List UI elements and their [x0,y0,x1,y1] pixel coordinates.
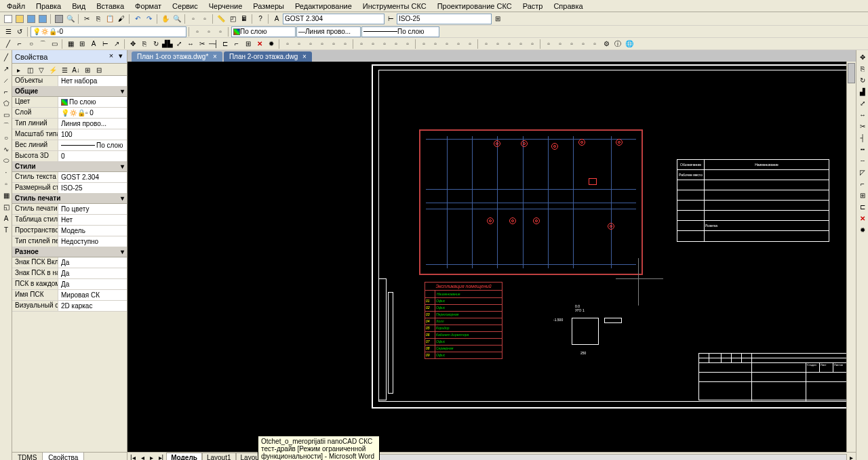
vpoint-icon[interactable]: · [1,167,12,177]
lineweight-combo[interactable]: По слою [361,26,439,37]
rexplode-icon[interactable]: ✹ [857,224,868,235]
menu-Редактирование[interactable]: Редактирование [290,1,357,12]
menu-Сервис[interactable]: Сервис [167,1,203,12]
pan-icon[interactable]: ✋ [160,14,171,24]
rscale-icon[interactable]: ⤢ [857,98,868,108]
prop-filter-icon[interactable]: ▽ [36,64,47,75]
rmove-icon[interactable]: ✥ [857,51,868,62]
props-tab-Свойства[interactable]: Свойства [43,453,84,460]
prop-az-icon[interactable]: A↓ [71,64,81,75]
extend-icon[interactable]: ─┤ [208,39,219,49]
wnd3-icon[interactable]: ▫ [566,39,577,49]
mirror-icon[interactable]: ▟▙ [162,39,173,49]
prop-arrow-icon[interactable]: ▸ [13,64,24,75]
wnd1-icon[interactable]: ▫ [543,39,554,49]
save-icon[interactable] [26,14,37,24]
sks3-icon[interactable]: ▫ [305,39,316,49]
sks8-icon[interactable]: ▫ [368,39,378,49]
model-canvas[interactable]: ОбозначениеНаименованиеРабочее местоРозе… [127,62,856,452]
close-icon[interactable]: ▾ [116,51,125,61]
area-icon[interactable]: ◰ [227,14,238,24]
layer-prev-icon[interactable]: ↺ [14,26,25,37]
prop-pick-icon[interactable]: ◫ [24,64,35,75]
close-tab-icon[interactable]: × [213,53,217,60]
layer-manager-icon[interactable]: ☰ [3,26,14,37]
dim-icon[interactable]: ⊢ [100,39,111,49]
sks2-icon[interactable]: ▫ [294,39,304,49]
osnap2-icon[interactable]: ▫ [492,39,503,49]
fillet-icon[interactable]: ⌐ [231,39,242,49]
osnap3-icon[interactable]: ▫ [504,39,515,49]
dist-icon[interactable]: 📏 [216,14,226,24]
varc-icon[interactable]: ⌒ [1,121,12,131]
sks13-icon[interactable]: ▫ [430,39,441,49]
osnap1-icon[interactable]: ▫ [481,39,492,49]
help-icon[interactable]: ? [255,14,266,24]
sks14-icon[interactable]: ▫ [441,39,452,49]
matchprops-icon[interactable]: 🖌 [116,14,127,24]
undo-icon[interactable]: ↶ [132,14,143,24]
tab-first-icon[interactable]: |◂ [127,454,138,460]
settings-icon[interactable]: ⚙ [601,39,612,49]
props-row[interactable]: ПСК в каждом ...Да [12,279,127,290]
vregion-icon[interactable]: ◱ [1,201,12,212]
table-icon[interactable]: ⊞ [77,39,87,49]
rbreak-icon[interactable]: ╍ [857,144,868,154]
vpoly-icon[interactable]: ⬠ [1,98,12,108]
osnap4-icon[interactable]: ▫ [515,39,526,49]
sks4-icon[interactable]: ▫ [317,39,328,49]
xref-icon[interactable]: ▫ [199,14,210,24]
menu-Справка[interactable]: Справка [548,1,588,12]
explode-icon[interactable]: ✹ [266,39,277,49]
doc-tab[interactable]: План 2-ого этажа.dwg × [224,51,312,62]
tab-prev-icon[interactable]: ◂ [138,454,147,460]
rarray-icon[interactable]: ⊞ [857,190,868,201]
rmirror-icon[interactable]: ▟ [857,86,868,97]
menu-Правка[interactable]: Правка [31,1,66,12]
layer-combo[interactable]: 💡🔅🔒▫ 0 [31,26,186,37]
sks12-icon[interactable]: ▫ [418,39,429,49]
redo-icon[interactable]: ↷ [144,14,155,24]
sks10-icon[interactable]: ▫ [391,39,401,49]
pin-icon[interactable]: × [106,51,116,61]
props-group-header[interactable]: Стили▾ [12,162,127,172]
arc-icon[interactable]: ⌒ [37,39,48,49]
sks1-icon[interactable]: ▫ [282,39,293,49]
scale-icon[interactable]: ⤢ [174,39,184,49]
props-row[interactable]: Вес линий По слою [12,140,127,151]
world-icon[interactable]: 🌐 [624,39,635,49]
menu-Черчение[interactable]: Черчение [203,1,248,12]
menu-Вид[interactable]: Вид [66,1,91,12]
props-row[interactable]: Масштаб типа ...100 [12,129,127,140]
rstretch-icon[interactable]: ↔ [857,109,868,120]
vcircle-icon[interactable]: ○ [1,132,12,143]
doc-tab[interactable]: План 1-ого этажа.dwg* × [132,51,222,62]
props-row[interactable]: Тип линийЛиния прово... [12,119,127,129]
linetype-combo[interactable]: — Линия прово... [296,26,361,37]
color-combo[interactable]: По слою [231,26,296,37]
block-icon[interactable]: ▫ [188,14,199,24]
print-icon[interactable] [54,14,64,24]
menu-Проектирование СКС[interactable]: Проектирование СКС [432,1,517,12]
prop-quick-icon[interactable]: ⚡ [47,64,58,75]
rect-icon[interactable]: ▭ [49,39,60,49]
tab-last-icon[interactable]: ▸| [156,454,167,460]
vellipse-icon[interactable]: ⬭ [1,155,12,166]
erase-icon[interactable]: ✕ [254,39,265,49]
line-icon[interactable]: ╱ [3,39,14,49]
calc-icon[interactable]: 🖩 [239,14,250,24]
move-icon[interactable]: ✥ [127,39,138,49]
trim-icon[interactable]: ✂ [197,39,208,49]
props-row[interactable]: Знак ПСК ВклДа [12,257,127,268]
props-row[interactable]: Цвет По слою [12,97,127,108]
circle-icon[interactable]: ○ [26,39,37,49]
props-row[interactable]: Слой💡🔅🔒▫ 0 [12,108,127,119]
cut-icon[interactable]: ✂ [81,14,92,24]
dimstyle-icon[interactable]: ⊢ [385,14,396,24]
rerase-icon[interactable]: ✕ [857,213,868,224]
leader-icon[interactable]: ↗ [111,39,122,49]
sks11-icon[interactable]: ▫ [402,39,413,49]
props-row[interactable]: Стиль текстаGOST 2.304 [12,172,127,183]
menu-Формат[interactable]: Формат [130,1,167,12]
vline-icon[interactable]: ╱ [1,51,12,62]
